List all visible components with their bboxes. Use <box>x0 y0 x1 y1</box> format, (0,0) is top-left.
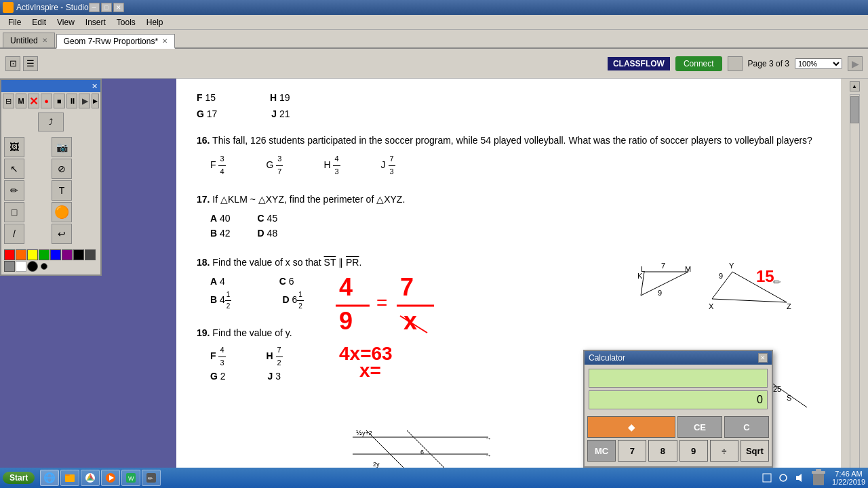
btn-m[interactable]: M <box>16 94 27 108</box>
btn-record[interactable]: ● <box>41 94 52 108</box>
btn-pause[interactable]: ⏸ <box>66 94 78 108</box>
tab-untitled[interactable]: Untitled ✕ <box>3 33 55 47</box>
q18-a: A 4 <box>210 274 225 289</box>
color-orange[interactable] <box>16 249 26 260</box>
btn-x[interactable]: ✕ <box>28 94 39 108</box>
color-yellow[interactable] <box>27 249 38 260</box>
color-black[interactable] <box>73 249 84 260</box>
dot-small[interactable] <box>41 263 47 270</box>
q19-f: F 43 <box>210 344 226 369</box>
q18-choices-2: B 412 D 612 <box>210 289 821 312</box>
menu-view[interactable]: View <box>52 16 80 28</box>
q16-f-frac: 34 <box>218 153 225 178</box>
q18-d-frac: 12 <box>297 289 304 312</box>
connect-button[interactable]: Connect <box>675 56 722 71</box>
menu-tools[interactable]: Tools <box>111 16 141 28</box>
q18-number: 18. <box>197 257 210 268</box>
toolbar-btn1[interactable]: ⊡ <box>5 56 20 71</box>
media-controls: ⊟ M ✕ ● ■ ⏸ ▶ ▶ <box>1 92 100 110</box>
q19-f-frac: 43 <box>218 344 225 369</box>
menu-help[interactable]: Help <box>141 16 169 28</box>
taskbar-icon-2 <box>778 472 789 483</box>
tool-eraser[interactable]: ⊘ <box>52 159 72 179</box>
taskbar-date: 1/22/2019 <box>832 478 865 486</box>
tool-fill[interactable]: 🟠 <box>52 202 72 222</box>
close-btn[interactable]: ✕ <box>113 3 124 12</box>
tool-undo[interactable]: ↩ <box>52 224 72 244</box>
toolbar-drag-handle[interactable]: ✕ <box>1 80 100 92</box>
svg-marker-60 <box>796 474 802 482</box>
taskbar-media[interactable] <box>101 470 120 486</box>
menu-insert[interactable]: Insert <box>80 16 111 28</box>
svg-text:✏: ✏ <box>148 475 153 482</box>
share-btn[interactable]: ⤴ <box>38 113 64 131</box>
color-darkgray[interactable] <box>85 249 96 260</box>
tool-select[interactable]: ↖ <box>4 159 24 179</box>
scroll-thumb[interactable] <box>850 96 859 123</box>
tab-geom-close[interactable]: ✕ <box>162 37 167 45</box>
btn-arrow[interactable]: ▶ <box>92 94 99 108</box>
tab-geom-label: Geom 7-Rvw Proportions* <box>64 37 158 46</box>
menu-file[interactable]: File <box>3 16 26 28</box>
svg-point-59 <box>780 474 787 481</box>
color-blue[interactable] <box>50 249 61 260</box>
color-white[interactable] <box>16 261 26 272</box>
toolbar-icon[interactable] <box>728 56 743 71</box>
tool-image[interactable]: 🖼 <box>4 137 24 157</box>
calc-btn-orange[interactable]: ◆ <box>587 416 675 438</box>
tab-untitled-close[interactable]: ✕ <box>42 37 47 44</box>
calc-btn-c[interactable]: C <box>724 416 769 438</box>
taskbar-app5[interactable]: ✏ <box>142 470 161 486</box>
calc-btn-sqrt[interactable]: Sqrt <box>741 440 769 462</box>
mini-window-btn[interactable]: ⊟ <box>3 94 14 108</box>
maximize-btn[interactable]: □ <box>101 3 112 12</box>
q16-choices: F 34 G 37 H 43 J 73 <box>210 153 821 178</box>
menu-edit[interactable]: Edit <box>26 16 52 28</box>
btn-play[interactable]: ▶ <box>79 94 90 108</box>
color-purple[interactable] <box>62 249 73 260</box>
calc-title: Calculator <box>589 353 625 363</box>
color-red[interactable] <box>4 249 15 260</box>
tool-camera[interactable]: 📷 <box>52 137 72 157</box>
view-toggle[interactable]: ▶ <box>848 56 863 71</box>
scroll-track[interactable] <box>850 94 860 472</box>
minimize-btn[interactable]: ─ <box>89 3 100 12</box>
taskbar-app4[interactable]: W <box>121 470 140 486</box>
tool-shapes[interactable]: □ <box>4 202 24 222</box>
q16-j-frac: 73 <box>389 153 395 178</box>
tool-text[interactable]: T <box>52 180 72 201</box>
toolbar-btn2[interactable]: ☰ <box>23 56 38 71</box>
svg-rect-61 <box>813 473 824 485</box>
calc-btn-div[interactable]: ÷ <box>710 440 738 462</box>
q17-a: A 40 <box>210 211 231 226</box>
scroll-up[interactable]: ▲ <box>850 81 860 92</box>
toolbar-close-icon[interactable]: ✕ <box>92 82 98 91</box>
q19-g: G 2 <box>210 369 226 384</box>
taskbar-chrome[interactable] <box>81 470 100 486</box>
calc-close-btn[interactable]: ✕ <box>758 353 768 363</box>
q16-text: This fall, 126 students participated in … <box>212 135 812 146</box>
taskbar-explorer[interactable] <box>60 470 79 486</box>
calc-header[interactable]: Calculator ✕ <box>585 351 772 365</box>
q17-choices-2: B 42 D 48 <box>210 226 821 241</box>
tab-bar: Untitled ✕ Geom 7-Rvw Proportions* ✕ <box>0 30 868 49</box>
calc-btn-mc[interactable]: MC <box>587 440 616 462</box>
calc-btn-ce[interactable]: CE <box>677 416 722 438</box>
calc-btn-9[interactable]: 9 <box>679 440 708 462</box>
color-gray[interactable] <box>4 261 15 272</box>
taskbar-ie[interactable] <box>40 470 59 486</box>
tool-line[interactable]: / <box>4 224 24 244</box>
zoom-select[interactable]: 100% 75% 125% <box>795 58 842 69</box>
page-info: Page 3 of 3 <box>748 59 789 68</box>
btn-stop[interactable]: ■ <box>54 94 65 108</box>
calc-btn-8[interactable]: 8 <box>648 440 677 462</box>
q16-h-frac: 43 <box>333 153 340 178</box>
dot-large[interactable] <box>27 261 38 272</box>
window-controls[interactable]: ─ □ ✕ <box>89 3 124 12</box>
start-button[interactable]: Start <box>3 472 35 484</box>
tool-pen[interactable]: ✏ <box>4 180 24 201</box>
calc-buttons: ◆ CE C MC 7 8 9 ÷ Sqrt <box>585 413 772 466</box>
color-green[interactable] <box>39 249 50 260</box>
tab-geom[interactable]: Geom 7-Rvw Proportions* ✕ <box>56 34 175 49</box>
calc-btn-7[interactable]: 7 <box>618 440 646 462</box>
